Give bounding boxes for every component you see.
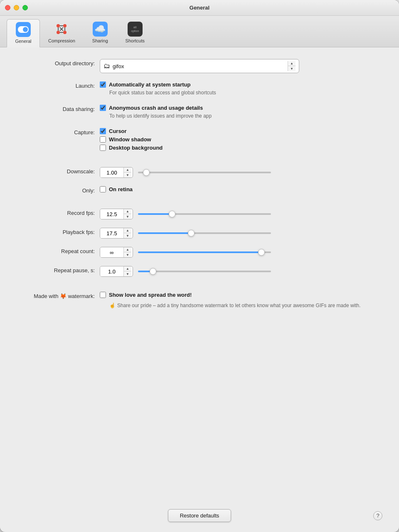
cloud-icon: ☁️ (94, 25, 106, 34)
sharing-tab-icon: ☁️ (93, 22, 108, 37)
only-retina-checkbox[interactable] (100, 186, 106, 192)
app-window: General General (0, 0, 399, 532)
shortcuts-icon: alt option (128, 22, 143, 37)
output-directory-row: Output directory: 🗂 gifox ▲ ▼ (17, 59, 382, 73)
repeat-pause-stepper-up[interactable]: ▲ (124, 266, 131, 271)
playback-fps-slider[interactable] (138, 232, 271, 234)
tab-sharing-label: Sharing (92, 38, 108, 43)
repeat-count-control: ▲ ▼ (100, 247, 382, 258)
launch-row: Launch: Automatically at system startup … (17, 81, 382, 96)
restore-defaults-button[interactable]: Restore defaults (168, 509, 232, 522)
compression-icon-svg (54, 22, 69, 37)
repeat-count-stepper-down[interactable]: ▼ (124, 252, 131, 257)
tab-shortcuts[interactable]: alt option Shortcuts (118, 19, 152, 47)
record-fps-stepper-up[interactable]: ▲ (124, 209, 131, 214)
shortcuts-tab-icon: alt option (128, 22, 143, 37)
help-button[interactable]: ? (373, 511, 382, 520)
repeat-pause-row: Repeat pause, s: ▲ ▼ (17, 266, 382, 277)
capture-label: Capture: (17, 128, 100, 135)
playback-fps-stepper-up[interactable]: ▲ (124, 228, 131, 233)
launch-description: For quick status bar access and global s… (109, 90, 382, 96)
shortcuts-key-text: alt option (131, 25, 139, 33)
title-bar: General (0, 0, 399, 16)
maximize-button[interactable] (22, 5, 28, 10)
downscale-input[interactable] (100, 168, 123, 177)
launch-checkbox[interactable] (100, 81, 106, 88)
toolbar: General (0, 16, 399, 47)
repeat-count-stepper: ▲ ▼ (123, 247, 131, 257)
watermark-desc-emoji: ☝️ (109, 303, 116, 308)
capture-shadow-checkbox[interactable] (100, 136, 106, 143)
capture-desktop-label: Desktop background (109, 145, 163, 151)
directory-stepper-down[interactable]: ▼ (288, 66, 296, 71)
playback-fps-input-box: ▲ ▼ (100, 228, 133, 239)
downscale-slider[interactable] (138, 172, 271, 173)
watermark-checkbox-label: Show love and spread the word! (109, 292, 192, 298)
svg-point-2 (63, 24, 66, 27)
playback-fps-input[interactable] (100, 229, 123, 238)
record-fps-label: Record fps: (17, 209, 100, 216)
record-fps-stepper-down[interactable]: ▼ (124, 214, 131, 219)
downscale-input-wrap: ▲ ▼ (100, 167, 382, 178)
directory-dropdown[interactable]: 🗂 gifox ▲ ▼ (100, 59, 299, 73)
downscale-stepper-up[interactable]: ▲ (124, 167, 131, 172)
record-fps-slider-wrap (136, 213, 382, 215)
compression-tab-icon (54, 22, 69, 37)
minimize-button[interactable] (14, 5, 19, 10)
watermark-row: Made with 🦊 watermark: Show love and spr… (17, 292, 382, 309)
content-area: Output directory: 🗂 gifox ▲ ▼ Launch: Au… (0, 47, 399, 499)
capture-cursor-label: Cursor (109, 128, 127, 134)
downscale-row: Downscale: ▲ ▼ (17, 167, 382, 178)
playback-fps-stepper-down[interactable]: ▼ (124, 233, 131, 238)
general-icon (16, 22, 31, 37)
record-fps-input-wrap: ▲ ▼ (100, 209, 382, 219)
capture-control: Cursor Window shadow Desktop background (100, 128, 382, 152)
bottom-bar: Restore defaults ? (0, 499, 399, 532)
folder-icon: 🗂 (103, 62, 110, 70)
repeat-count-input[interactable] (100, 248, 123, 257)
capture-desktop-checkbox[interactable] (100, 145, 106, 151)
compression-icon (54, 22, 69, 37)
watermark-checkbox[interactable] (100, 292, 106, 298)
data-sharing-description: To help us identify issues and improve t… (109, 113, 382, 119)
playback-fps-stepper: ▲ ▼ (123, 228, 131, 238)
tab-general[interactable]: General (7, 19, 40, 47)
record-fps-stepper: ▲ ▼ (123, 209, 131, 219)
directory-stepper-up[interactable]: ▲ (288, 61, 296, 66)
help-icon: ? (376, 512, 379, 519)
repeat-count-input-wrap: ▲ ▼ (100, 247, 382, 258)
data-sharing-row: Data sharing: Anonymous crash and usage … (17, 105, 382, 120)
downscale-stepper-down[interactable]: ▼ (124, 172, 131, 177)
watermark-label-suffix: watermark: (68, 293, 95, 299)
capture-desktop-row: Desktop background (100, 145, 382, 151)
repeat-count-slider[interactable] (138, 251, 271, 253)
watermark-description-area: ☝️ Share our pride – add a tiny handsome… (109, 303, 382, 308)
data-sharing-checkbox[interactable] (100, 105, 106, 111)
repeat-pause-slider-wrap (136, 271, 382, 272)
data-sharing-label: Data sharing: (17, 105, 100, 112)
repeat-count-row: Repeat count: ▲ ▼ (17, 247, 382, 258)
repeat-pause-stepper: ▲ ▼ (123, 266, 131, 276)
repeat-pause-stepper-down[interactable]: ▼ (124, 271, 131, 276)
capture-row: Capture: Cursor Window shadow Desktop ba… (17, 128, 382, 152)
svg-point-4 (63, 31, 66, 34)
repeat-pause-input[interactable] (100, 267, 123, 276)
repeat-pause-control: ▲ ▼ (100, 266, 382, 277)
repeat-count-input-box: ▲ ▼ (100, 247, 133, 258)
close-button[interactable] (5, 5, 10, 10)
tab-general-label: General (15, 39, 31, 44)
record-fps-slider[interactable] (138, 213, 271, 215)
repeat-pause-slider[interactable] (138, 271, 271, 272)
tab-sharing[interactable]: ☁️ Sharing (84, 19, 117, 47)
repeat-count-stepper-up[interactable]: ▲ (124, 247, 131, 252)
capture-cursor-checkbox[interactable] (100, 128, 106, 134)
repeat-pause-label: Repeat pause, s: (17, 266, 100, 273)
record-fps-row: Record fps: ▲ ▼ (17, 209, 382, 219)
record-fps-input[interactable] (100, 209, 123, 219)
downscale-input-box: ▲ ▼ (100, 167, 133, 178)
sharing-icon: ☁️ (93, 22, 108, 37)
output-directory-label: Output directory: (17, 59, 100, 66)
capture-shadow-row: Window shadow (100, 136, 382, 143)
tab-compression[interactable]: Compression (42, 19, 82, 47)
toggle-icon (18, 26, 29, 33)
